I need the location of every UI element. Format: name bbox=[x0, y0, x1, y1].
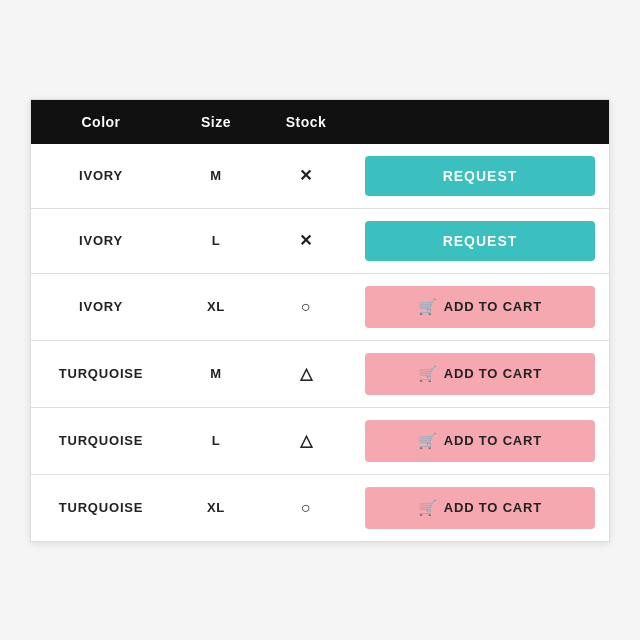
size-header: Size bbox=[171, 100, 261, 144]
add-to-cart-label: ADD TO CART bbox=[444, 299, 542, 314]
action-cell: 🛒 ADD TO CART bbox=[351, 408, 609, 474]
add-to-cart-label: ADD TO CART bbox=[444, 500, 542, 515]
action-cell: 🛒 ADD TO CART bbox=[351, 341, 609, 407]
color-cell: TURQUOISE bbox=[31, 475, 171, 541]
stock-cell: ✕ bbox=[261, 209, 351, 273]
action-cell: 🛒 ADD TO CART bbox=[351, 475, 609, 541]
size-cell: M bbox=[171, 144, 261, 208]
stock-header: Stock bbox=[261, 100, 351, 144]
add-to-cart-label: ADD TO CART bbox=[444, 366, 542, 381]
color-cell: IVORY bbox=[31, 144, 171, 208]
size-cell: L bbox=[171, 408, 261, 474]
stock-cell: ✕ bbox=[261, 144, 351, 208]
cart-icon: 🛒 bbox=[418, 298, 438, 316]
request-button[interactable]: REQUEST bbox=[365, 221, 595, 261]
size-cell: L bbox=[171, 209, 261, 273]
stock-cell: ○ bbox=[261, 274, 351, 340]
table-row: TURQUOISE L △ 🛒 ADD TO CART bbox=[31, 408, 609, 475]
stock-cell: △ bbox=[261, 341, 351, 407]
table-header: Color Size Stock bbox=[31, 100, 609, 144]
size-cell: XL bbox=[171, 475, 261, 541]
cart-icon: 🛒 bbox=[418, 365, 438, 383]
request-button[interactable]: REQUEST bbox=[365, 156, 595, 196]
color-cell: TURQUOISE bbox=[31, 408, 171, 474]
stock-cell: ○ bbox=[261, 475, 351, 541]
action-header bbox=[351, 100, 609, 144]
cart-icon: 🛒 bbox=[418, 499, 438, 517]
add-to-cart-button[interactable]: 🛒 ADD TO CART bbox=[365, 487, 595, 529]
color-cell: TURQUOISE bbox=[31, 341, 171, 407]
product-table: Color Size Stock IVORY M ✕ REQUEST IVORY… bbox=[30, 99, 610, 542]
add-to-cart-label: ADD TO CART bbox=[444, 433, 542, 448]
add-to-cart-button[interactable]: 🛒 ADD TO CART bbox=[365, 353, 595, 395]
color-header: Color bbox=[31, 100, 171, 144]
size-cell: M bbox=[171, 341, 261, 407]
table-row: IVORY M ✕ REQUEST bbox=[31, 144, 609, 209]
color-cell: IVORY bbox=[31, 209, 171, 273]
cart-icon: 🛒 bbox=[418, 432, 438, 450]
table-row: TURQUOISE M △ 🛒 ADD TO CART bbox=[31, 341, 609, 408]
table-row: TURQUOISE XL ○ 🛒 ADD TO CART bbox=[31, 475, 609, 541]
table-row: IVORY L ✕ REQUEST bbox=[31, 209, 609, 274]
action-cell: 🛒 ADD TO CART bbox=[351, 274, 609, 340]
size-cell: XL bbox=[171, 274, 261, 340]
action-cell: REQUEST bbox=[351, 144, 609, 208]
add-to-cart-button[interactable]: 🛒 ADD TO CART bbox=[365, 420, 595, 462]
table-row: IVORY XL ○ 🛒 ADD TO CART bbox=[31, 274, 609, 341]
stock-cell: △ bbox=[261, 408, 351, 474]
add-to-cart-button[interactable]: 🛒 ADD TO CART bbox=[365, 286, 595, 328]
color-cell: IVORY bbox=[31, 274, 171, 340]
action-cell: REQUEST bbox=[351, 209, 609, 273]
